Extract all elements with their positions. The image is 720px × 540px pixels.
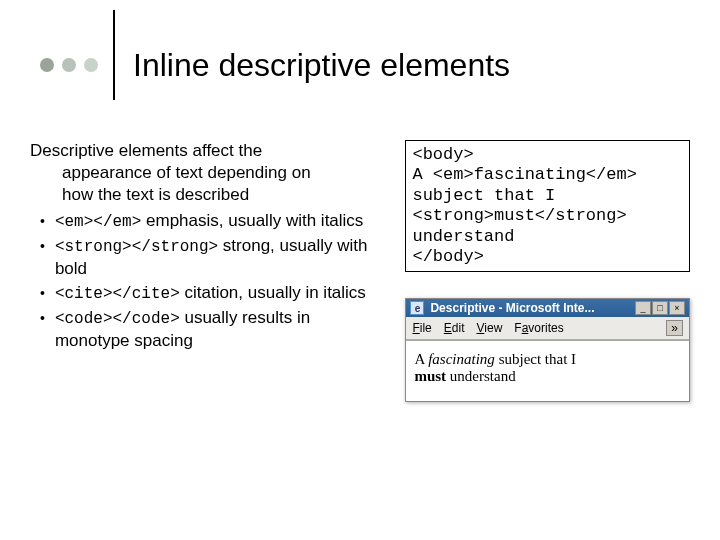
browser-window: e Descriptive - Microsoft Inte... _ □ × … — [405, 298, 690, 402]
bullet-list: • <em></em> emphasis, usually with itali… — [30, 210, 389, 351]
list-item: • <em></em> emphasis, usually with itali… — [40, 210, 389, 233]
window-title: Descriptive - Microsoft Inte... — [430, 301, 629, 315]
slide-header: Inline descriptive elements — [30, 30, 690, 100]
rendered-text: subject that I — [495, 351, 576, 367]
minimize-button[interactable]: _ — [635, 301, 651, 315]
dot-icon — [62, 58, 76, 72]
code-tag: <strong></strong> — [55, 238, 218, 256]
window-controls: _ □ × — [635, 301, 685, 315]
list-item: • <code></code> usually results in monot… — [40, 307, 389, 352]
left-column: Descriptive elements affect the appearan… — [30, 140, 389, 352]
intro-line: how the text is described — [30, 185, 249, 204]
bullet-icon: • — [40, 235, 45, 280]
browser-titlebar: e Descriptive - Microsoft Inte... _ □ × — [406, 299, 689, 317]
right-column: <body> A <em>fascinating</em> subject th… — [405, 140, 690, 402]
menu-view[interactable]: View — [477, 321, 503, 335]
list-item: • <cite></cite> citation, usually in ita… — [40, 282, 389, 305]
code-tag: <em></em> — [55, 213, 141, 231]
bullet-desc: citation, usually in italics — [180, 283, 366, 302]
decorative-dots — [40, 58, 98, 72]
code-example: <body> A <em>fascinating</em> subject th… — [405, 140, 690, 272]
intro-text: Descriptive elements affect the appearan… — [30, 140, 389, 206]
dot-icon — [40, 58, 54, 72]
maximize-button[interactable]: □ — [652, 301, 668, 315]
intro-line: appearance of text depending on — [30, 163, 311, 182]
code-tag: <cite></cite> — [55, 285, 180, 303]
close-button[interactable]: × — [669, 301, 685, 315]
bullet-icon: • — [40, 210, 45, 233]
list-item: • <strong></strong> strong, usually with… — [40, 235, 389, 280]
rendered-strong: must — [414, 368, 446, 384]
slide-content: Descriptive elements affect the appearan… — [30, 140, 690, 402]
bullet-desc: emphasis, usually with italics — [141, 211, 363, 230]
rendered-em: fascinating — [428, 351, 495, 367]
bullet-icon: • — [40, 282, 45, 305]
ie-icon: e — [410, 301, 424, 315]
chevron-right-icon[interactable]: » — [666, 320, 683, 336]
menu-file[interactable]: File — [412, 321, 431, 335]
rendered-text: A — [414, 351, 428, 367]
menu-favorites[interactable]: Favorites — [514, 321, 563, 335]
rendered-text: understand — [446, 368, 516, 384]
browser-viewport: A fascinating subject that I must unders… — [406, 340, 689, 401]
intro-line: Descriptive elements affect the — [30, 141, 262, 160]
dot-icon — [84, 58, 98, 72]
slide-title: Inline descriptive elements — [133, 47, 510, 84]
bullet-icon: • — [40, 307, 45, 352]
code-tag: <code></code> — [55, 310, 180, 328]
vertical-divider — [113, 10, 115, 100]
browser-menubar: File Edit View Favorites » — [406, 317, 689, 340]
menu-edit[interactable]: Edit — [444, 321, 465, 335]
